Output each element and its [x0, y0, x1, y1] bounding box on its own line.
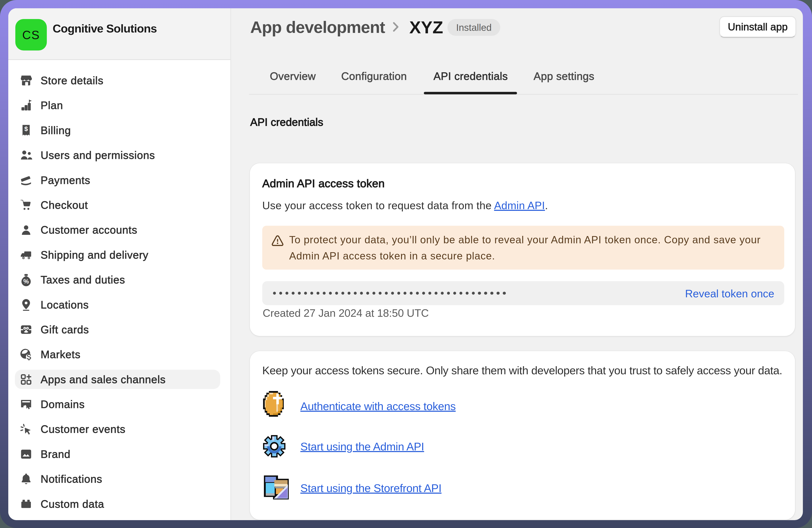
svg-text:$: $: [24, 125, 28, 132]
svg-text:%: %: [24, 278, 29, 285]
